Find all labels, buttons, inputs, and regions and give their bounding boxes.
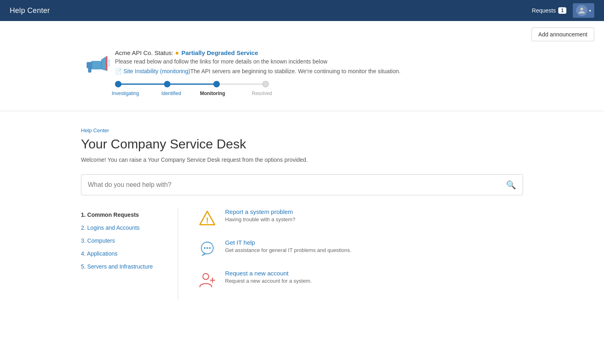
svg-rect-2: [87, 62, 92, 68]
progress-label-resolved: Resolved: [236, 91, 272, 96]
request-item-new-account[interactable]: Request a new account Request a new acco…: [198, 270, 523, 289]
progress-dots: [115, 81, 269, 87]
warning-icon: !: [198, 208, 217, 228]
status-description: Please read below and follow the links f…: [115, 58, 523, 65]
request-title-new-account[interactable]: Request a new account: [225, 270, 312, 277]
user-plus-icon: [198, 270, 217, 289]
status-dot-icon: ●: [175, 49, 179, 56]
category-item-logins[interactable]: 2. Logins and Accounts: [81, 221, 168, 234]
chevron-down-icon: ▾: [589, 8, 591, 13]
request-desc-system-problem: Having trouble with a system?: [225, 216, 295, 222]
request-title-it-help[interactable]: Get IT help: [225, 239, 351, 246]
status-title: Acme API Co. Status: ● Partially Degrade…: [115, 49, 523, 57]
request-text-system-problem: Report a system problem Having trouble w…: [225, 208, 295, 222]
progress-dot-resolved: [262, 81, 269, 87]
incident-body: The API servers are beginning to stabili…: [190, 68, 400, 74]
svg-marker-3: [106, 56, 107, 71]
add-announcement-button[interactable]: Add announcement: [532, 28, 594, 41]
category-item-common-requests[interactable]: 1. Common Requests: [81, 208, 168, 221]
breadcrumb[interactable]: Help Center: [81, 127, 523, 133]
request-text-new-account: Request a new account Request a new acco…: [225, 270, 312, 284]
add-announcement-area: Add announcement: [0, 21, 604, 41]
progress-label-monitoring: Monitoring: [194, 91, 231, 96]
user-menu-button[interactable]: ▾: [573, 3, 594, 18]
svg-point-11: [203, 273, 209, 279]
status-incident: 📄Site Instability (monitoring)The API se…: [115, 68, 523, 74]
user-icon: [578, 7, 585, 14]
request-title-system-problem[interactable]: Report a system problem: [225, 208, 295, 215]
help-section: Help Center Your Company Service Desk We…: [0, 121, 604, 313]
categories-panel: 1. Common Requests 2. Logins and Account…: [81, 208, 178, 301]
status-title-prefix: Acme API Co. Status:: [115, 49, 173, 56]
status-banner: Acme API Co. Status: ● Partially Degrade…: [0, 41, 604, 108]
progress-label-investigating: Investigating: [112, 91, 148, 96]
requests-label: Requests: [532, 7, 556, 14]
incident-link[interactable]: Site Instability (monitoring): [123, 68, 190, 74]
nav-right-actions: Requests 1 ▾: [532, 3, 594, 18]
status-content: Acme API Co. Status: ● Partially Degrade…: [115, 49, 523, 98]
status-degraded-text: Partially Degraded Service: [181, 49, 258, 56]
category-item-applications[interactable]: 4. Applications: [81, 247, 168, 260]
requests-panel: ! Report a system problem Having trouble…: [178, 208, 523, 301]
request-item-it-help[interactable]: Get IT help Get assistance for general I…: [198, 239, 523, 258]
search-container: 🔍: [81, 174, 523, 195]
progress-labels: Investigating Identified Monitoring Reso…: [115, 91, 269, 96]
svg-rect-0: [91, 61, 101, 69]
bottom-section: 1. Common Requests 2. Logins and Account…: [81, 208, 523, 301]
requests-link[interactable]: Requests 1: [532, 7, 566, 14]
progress-dot-monitoring: [213, 81, 220, 87]
progress-tracker: Investigating Identified Monitoring Reso…: [115, 81, 523, 96]
progress-dot-investigating: [115, 81, 121, 87]
request-text-it-help: Get IT help Get assistance for general I…: [225, 239, 351, 253]
chat-icon: [198, 239, 217, 258]
search-icon: 🔍: [506, 180, 516, 190]
svg-text:!: !: [206, 216, 209, 225]
main-content: Add announcement Acme A: [0, 21, 604, 364]
request-desc-it-help: Get assistance for general IT problems a…: [225, 247, 351, 253]
search-input[interactable]: [88, 181, 506, 188]
progress-label-identified: Identified: [153, 91, 189, 96]
top-navigation: Help Center Requests 1 ▾: [0, 0, 604, 21]
category-item-servers[interactable]: 5. Servers and Infrastructure: [81, 260, 168, 273]
svg-rect-4: [88, 68, 91, 72]
svg-point-8: [204, 247, 206, 249]
page-title: Your Company Service Desk: [81, 137, 523, 152]
svg-point-9: [206, 247, 208, 249]
section-divider: [0, 111, 604, 111]
svg-point-10: [209, 247, 211, 249]
help-description: Welcome! You can raise a Your Company Se…: [81, 157, 523, 163]
progress-dot-identified: [164, 81, 170, 87]
category-item-computers[interactable]: 3. Computers: [81, 234, 168, 247]
progress-track: [115, 81, 269, 87]
app-title: Help Center: [10, 6, 50, 15]
request-item-system-problem[interactable]: ! Report a system problem Having trouble…: [198, 208, 523, 228]
document-icon: 📄: [115, 68, 122, 74]
megaphone-icon: [81, 51, 107, 82]
request-desc-new-account: Request a new account for a system.: [225, 278, 312, 284]
requests-badge: 1: [558, 7, 566, 14]
avatar: [576, 5, 587, 16]
